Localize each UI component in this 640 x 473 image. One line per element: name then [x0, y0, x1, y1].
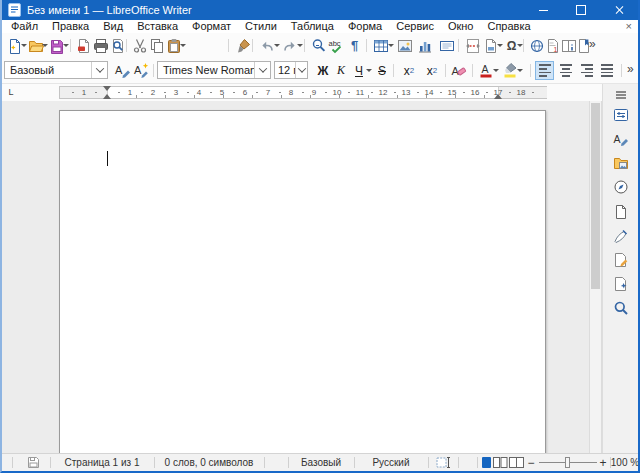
- sidebar-settings-icon[interactable]: [610, 85, 632, 105]
- scrollbar-thumb[interactable]: [591, 103, 600, 289]
- undo-dropdown-icon[interactable]: [274, 44, 280, 47]
- print-button[interactable]: [92, 37, 109, 54]
- superscript-button[interactable]: x2: [398, 61, 420, 80]
- toolbar-overflow-icon[interactable]: »: [589, 37, 596, 51]
- svg-text:abc: abc: [329, 39, 341, 48]
- print-preview-button[interactable]: [109, 37, 126, 54]
- paragraph-style-dropdown-icon[interactable]: [91, 62, 107, 78]
- new-style-button[interactable]: A: [133, 62, 150, 79]
- font-color-dropdown-icon[interactable]: [493, 69, 499, 72]
- undo-button[interactable]: [258, 37, 275, 54]
- insert-hyperlink-button[interactable]: [528, 37, 545, 54]
- insert-footnote-button[interactable]: 1: [544, 37, 561, 54]
- page-number-status[interactable]: Страница 1 из 1: [52, 454, 152, 471]
- view-book-button[interactable]: [508, 454, 524, 471]
- ruler-margin-number: 1: [77, 88, 91, 97]
- ruler-number: 16: [468, 88, 482, 97]
- view-multi-page-button[interactable]: [493, 454, 508, 471]
- menu-form[interactable]: Форма: [341, 20, 389, 33]
- bold-button[interactable]: Ж: [314, 61, 332, 80]
- sidebar-tab-styles[interactable]: A: [610, 129, 632, 149]
- menu-file[interactable]: Файл: [4, 20, 45, 33]
- strikethrough-button[interactable]: Ѕ: [373, 61, 391, 80]
- close-document-icon[interactable]: ×: [626, 20, 632, 33]
- copy-button[interactable]: [148, 37, 165, 54]
- insert-text-box-button[interactable]: [438, 37, 455, 54]
- formatting-overflow-icon[interactable]: »: [627, 62, 634, 76]
- menu-tools[interactable]: Сервис: [389, 20, 441, 33]
- update-style-button[interactable]: A: [114, 62, 131, 79]
- font-color-button[interactable]: A: [477, 62, 494, 79]
- save-dropdown-icon[interactable]: [63, 44, 69, 47]
- ruler-number: 13: [399, 88, 413, 97]
- menu-insert[interactable]: Вставка: [130, 20, 185, 33]
- sidebar-tab-gallery[interactable]: [610, 153, 632, 173]
- cut-button[interactable]: [131, 37, 148, 54]
- table-dropdown-icon[interactable]: [388, 44, 394, 47]
- find-replace-button[interactable]: [310, 37, 327, 54]
- language-status-cell[interactable]: Русский: [356, 454, 426, 471]
- zoom-in-button[interactable]: +: [598, 454, 608, 471]
- font-name-dropdown-icon[interactable]: [254, 62, 270, 78]
- minimize-button[interactable]: [524, 0, 562, 20]
- spelling-button[interactable]: abc: [328, 37, 345, 54]
- menu-edit[interactable]: Правка: [45, 20, 96, 33]
- insert-chart-button[interactable]: [416, 37, 433, 54]
- clone-formatting-button[interactable]: [234, 37, 251, 54]
- menu-window[interactable]: Окно: [441, 20, 481, 33]
- clear-formatting-button[interactable]: A: [450, 62, 467, 79]
- selection-mode-icon[interactable]: [430, 454, 456, 471]
- align-left-button[interactable]: [535, 61, 554, 80]
- menu-styles[interactable]: Стили: [238, 20, 284, 33]
- menu-table[interactable]: Таблица: [284, 20, 341, 33]
- save-status-icon[interactable]: [20, 454, 46, 471]
- insert-page-break-button[interactable]: [464, 37, 481, 54]
- sidebar-tab-accessibility-check[interactable]: [610, 298, 632, 318]
- ruler-number: 6: [238, 88, 252, 97]
- subscript-button[interactable]: x2: [421, 61, 443, 80]
- align-right-button[interactable]: [577, 61, 596, 80]
- menu-view[interactable]: Вид: [96, 20, 130, 33]
- font-size-combo[interactable]: 12 пт: [274, 61, 308, 79]
- sidebar-tab-properties[interactable]: [610, 105, 632, 125]
- zoom-level-status[interactable]: 100 %: [610, 454, 640, 471]
- align-center-button[interactable]: [556, 61, 575, 80]
- underline-dropdown-icon[interactable]: [366, 69, 372, 72]
- sidebar-tab-manage-changes[interactable]: [610, 250, 632, 270]
- redo-dropdown-icon[interactable]: [297, 44, 303, 47]
- indent-marker-left[interactable]: [103, 87, 112, 98]
- formatting-marks-button[interactable]: ¶: [346, 37, 363, 54]
- font-size-dropdown-icon[interactable]: [295, 62, 307, 78]
- italic-button[interactable]: К: [332, 61, 350, 80]
- sidebar-tab-page[interactable]: [610, 202, 632, 222]
- export-pdf-button[interactable]: [75, 37, 92, 54]
- menu-format[interactable]: Формат: [185, 20, 238, 33]
- redo-button[interactable]: [281, 37, 298, 54]
- zoom-slider-handle[interactable]: [565, 457, 570, 468]
- word-count-status[interactable]: 0 слов, 0 символов: [156, 454, 262, 471]
- menu-help[interactable]: Справка: [480, 20, 537, 33]
- close-button[interactable]: [600, 0, 638, 20]
- document-page[interactable]: [59, 110, 546, 473]
- sidebar-tab-navigator[interactable]: [610, 177, 632, 197]
- ruler-number: 8: [284, 88, 298, 97]
- ruler[interactable]: 1 123456789101112131415161718: [59, 86, 547, 99]
- font-name-combo[interactable]: Times New Roman: [157, 61, 271, 79]
- sidebar-tab-style-inspector[interactable]: [610, 226, 632, 246]
- vertical-scrollbar[interactable]: [589, 101, 602, 453]
- view-single-page-button[interactable]: [480, 454, 493, 471]
- maximize-button[interactable]: [562, 0, 600, 20]
- highlight-color-button[interactable]: [501, 62, 518, 79]
- paragraph-style-combo[interactable]: Базовый: [4, 61, 108, 79]
- indent-marker-right[interactable]: [494, 87, 503, 98]
- highlight-dropdown-icon[interactable]: [517, 69, 523, 72]
- ruler-number: 18: [514, 88, 528, 97]
- insert-image-button[interactable]: [396, 37, 413, 54]
- tab-stop-selector[interactable]: L: [5, 86, 17, 98]
- paste-dropdown-icon[interactable]: [180, 44, 186, 47]
- insert-table-button[interactable]: [372, 37, 389, 54]
- zoom-out-button[interactable]: −: [526, 454, 536, 471]
- align-justify-button[interactable]: [598, 61, 617, 80]
- ruler-number: 12: [376, 88, 390, 97]
- sidebar-tab-design[interactable]: [610, 274, 632, 294]
